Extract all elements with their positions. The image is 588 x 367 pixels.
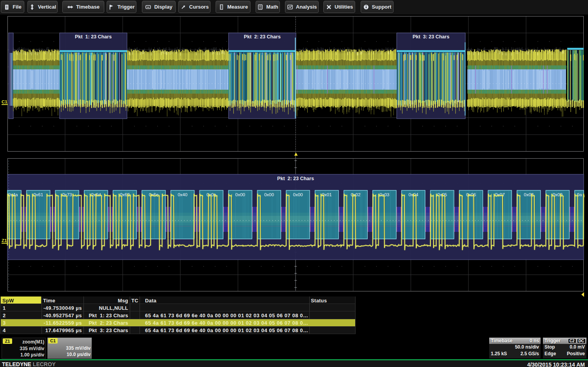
svg-text:0x00: 0x00 bbox=[293, 192, 303, 197]
svg-text:Pkt 3: 23 Chars: Pkt 3: 23 Chars bbox=[413, 34, 450, 40]
svg-text:0x00: 0x00 bbox=[235, 192, 245, 197]
svg-text:Z1: Z1 bbox=[2, 238, 7, 243]
svg-text:Pkt 2: 23 Chars: Pkt 2: 23 Chars bbox=[277, 176, 314, 181]
svg-text:Pkt 2: 23 Chars: Pkt 2: 23 Chars bbox=[244, 34, 281, 40]
svg-text:Pkt 1: 23 Chars: Pkt 1: 23 Chars bbox=[75, 34, 112, 40]
svg-text:0x40: 0x40 bbox=[178, 192, 187, 197]
svg-text:0x00: 0x00 bbox=[264, 192, 274, 197]
svg-text:C1: C1 bbox=[2, 99, 7, 104]
